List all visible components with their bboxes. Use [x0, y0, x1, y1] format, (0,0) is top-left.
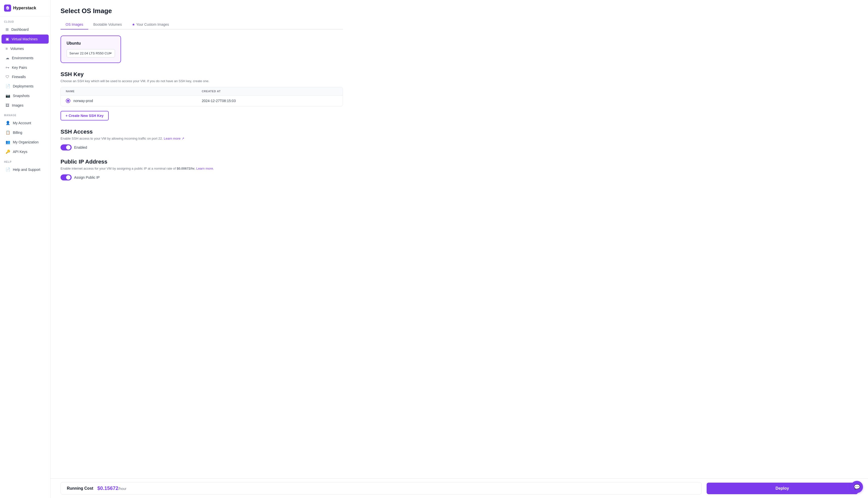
cloud-icon: ☁: [5, 56, 9, 60]
sidebar-item-api-keys[interactable]: 🔑 API Keys: [1, 147, 49, 156]
sidebar-item-label: Deployments: [13, 84, 34, 88]
ssh-name-cell: norway-prod: [66, 99, 202, 103]
tab-custom-images-label: Your Custom Images: [136, 23, 169, 26]
sidebar-item-label: Images: [12, 103, 24, 107]
main-content-area: Select OS Image OS Images Bootable Volum…: [50, 0, 868, 498]
logo-icon: [4, 4, 11, 12]
chat-icon: 💬: [854, 484, 860, 490]
sidebar-item-images[interactable]: 🖼 Images: [1, 101, 49, 110]
ssh-key-created-at: 2024-12-27T08:15:03: [202, 99, 338, 103]
sidebar-item-my-account[interactable]: 👤 My Account: [1, 118, 49, 128]
ssh-key-name: norway-prod: [73, 99, 93, 103]
org-icon: 👥: [5, 140, 10, 144]
sidebar-item-label: Snapshots: [13, 94, 29, 98]
billing-icon: 📋: [5, 130, 10, 135]
page-title: Select OS Image: [61, 7, 343, 15]
ssh-access-toggle[interactable]: [61, 144, 72, 150]
sidebar-item-label: Dashboard: [11, 27, 29, 31]
sidebar-item-dashboard[interactable]: ⊞ Dashboard: [1, 25, 49, 34]
bottom-bar: Running Cost $0.15672/hour Deploy: [50, 479, 868, 498]
ssh-key-table: NAME CREATED AT norway-prod 2024-12-27T0…: [61, 87, 343, 106]
sidebar: Hyperstack CLOUD ⊞ Dashboard ▣ Virtual M…: [0, 0, 50, 498]
ssh-table-header: NAME CREATED AT: [61, 87, 343, 95]
grid-icon: ⊞: [5, 27, 9, 32]
public-ip-learn-more[interactable]: Learn more.: [196, 167, 214, 170]
cloud-section-label: CLOUD: [0, 16, 50, 25]
custom-images-star-icon: ★: [132, 23, 135, 26]
image-tabs: OS Images Bootable Volumes ★Your Custom …: [61, 20, 343, 29]
os-version-select[interactable]: Server 22.04 LTS R550 CUI Server 20.04 L…: [67, 49, 115, 57]
toggle-track: [61, 174, 72, 181]
sidebar-item-label: Environments: [12, 56, 34, 60]
os-name: Ubuntu: [67, 41, 115, 45]
sidebar-item-label: My Account: [13, 121, 31, 125]
create-ssh-key-button[interactable]: + Create New SSH Key: [61, 111, 109, 120]
sidebar-item-label: Firewalls: [12, 75, 26, 79]
stack-icon: ≡: [5, 47, 8, 51]
ssh-access-toggle-label: Enabled: [74, 145, 87, 149]
sidebar-item-label: Volumes: [10, 47, 24, 51]
running-cost-section: Running Cost $0.15672/hour: [61, 482, 702, 495]
user-icon: 👤: [5, 121, 10, 125]
api-icon: 🔑: [5, 149, 10, 154]
help-icon: 📄: [5, 167, 10, 172]
sidebar-item-key-pairs[interactable]: 🗝 Key Pairs: [1, 63, 49, 72]
public-ip-toggle-label: Assign Public IP: [74, 175, 100, 180]
sidebar-item-my-organization[interactable]: 👥 My Organization: [1, 137, 49, 147]
vm-icon: ▣: [5, 37, 9, 41]
sidebar-item-firewalls[interactable]: 🛡 Firewalls: [1, 72, 49, 81]
ssh-radio-btn[interactable]: [66, 99, 70, 103]
public-ip-toggle[interactable]: [61, 174, 72, 181]
sidebar-item-label: My Organization: [13, 140, 39, 144]
ssh-key-section-title: SSH Key: [61, 71, 343, 78]
sidebar-item-deployments[interactable]: 📄 Deployments: [1, 82, 49, 91]
sidebar-item-label: Help and Support: [13, 168, 40, 172]
toggle-thumb: [66, 145, 70, 150]
manage-section-label: MANAGE: [0, 110, 50, 118]
shield-icon: 🛡: [5, 75, 9, 79]
running-cost-unit: /hour: [118, 487, 126, 491]
ssh-col-name: NAME: [66, 90, 202, 93]
ssh-access-section-title: SSH Access: [61, 129, 343, 135]
sidebar-item-label: Billing: [13, 131, 22, 134]
app-name: Hyperstack: [13, 5, 36, 11]
deployments-icon: 📄: [5, 84, 10, 89]
running-cost-value: $0.15672: [98, 485, 118, 491]
ssh-access-learn-more[interactable]: Learn more ↗: [164, 136, 184, 140]
image-icon: 🖼: [5, 103, 9, 107]
os-image-card[interactable]: Ubuntu Server 22.04 LTS R550 CUI Server …: [61, 36, 121, 63]
ssh-access-toggle-row: Enabled: [61, 144, 343, 150]
sidebar-item-billing[interactable]: 📋 Billing: [1, 128, 49, 137]
public-ip-rate: $0.00672/hr.: [177, 167, 195, 170]
running-cost-display: $0.15672/hour: [98, 485, 126, 491]
sidebar-item-volumes[interactable]: ≡ Volumes: [1, 44, 49, 53]
sidebar-item-virtual-machines[interactable]: ▣ Virtual Machines: [1, 35, 49, 43]
sidebar-item-label: API Keys: [13, 150, 27, 154]
public-ip-toggle-row: Assign Public IP: [61, 174, 343, 181]
toggle-track: [61, 144, 72, 150]
ssh-key-section-desc: Choose an SSH key which will be used to …: [61, 79, 343, 83]
public-ip-section-title: Public IP Address: [61, 158, 343, 165]
sidebar-item-environments[interactable]: ☁ Environments: [1, 53, 49, 63]
app-logo: Hyperstack: [0, 0, 50, 16]
sidebar-item-label: Key Pairs: [12, 66, 27, 69]
sidebar-item-snapshots[interactable]: 📷 Snapshots: [1, 91, 49, 100]
tab-bootable-volumes[interactable]: Bootable Volumes: [88, 20, 127, 29]
chat-support-button[interactable]: 💬: [851, 481, 863, 493]
tab-custom-images[interactable]: ★Your Custom Images: [127, 20, 174, 29]
camera-icon: 📷: [5, 93, 10, 98]
table-row[interactable]: norway-prod 2024-12-27T08:15:03: [61, 95, 343, 106]
ssh-col-created: CREATED AT: [202, 90, 338, 93]
ssh-access-desc: Enable SSH access to your VM by allowing…: [61, 136, 343, 140]
key-icon: 🗝: [5, 65, 9, 69]
radio-inner: [67, 100, 69, 102]
sidebar-item-help-support[interactable]: 📄 Help and Support: [1, 165, 49, 174]
toggle-thumb: [66, 175, 70, 180]
sidebar-item-label: Virtual Machines: [12, 37, 38, 41]
help-section-label: HELP: [0, 157, 50, 165]
deploy-button[interactable]: Deploy: [707, 483, 858, 494]
public-ip-desc: Enable internet access for your VM by as…: [61, 167, 343, 170]
tab-os-images[interactable]: OS Images: [61, 20, 88, 29]
running-cost-label: Running Cost: [67, 486, 93, 491]
